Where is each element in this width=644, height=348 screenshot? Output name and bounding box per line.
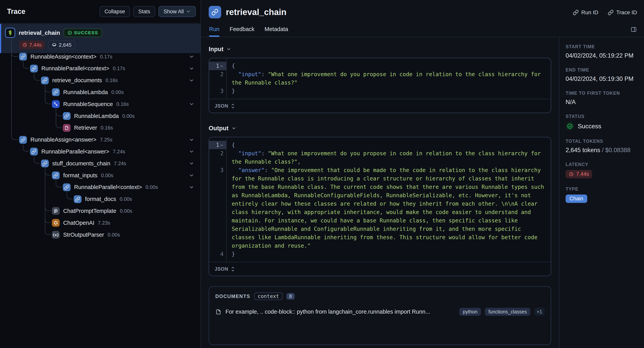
chevron-down-icon[interactable] bbox=[189, 137, 194, 142]
node-duration: 7.25s bbox=[100, 137, 112, 143]
link-icon bbox=[63, 112, 70, 120]
document-text: For example, .. code-block:: python from… bbox=[226, 308, 456, 315]
detail-value: N/A bbox=[566, 99, 638, 106]
node-label: RunnableLambda bbox=[63, 89, 108, 95]
trace-tree-node[interactable]: stuff_documents_chain7.24s bbox=[41, 157, 126, 169]
trace-id-button[interactable]: Trace ID bbox=[608, 9, 637, 16]
code-line: 1{ bbox=[209, 141, 551, 149]
trace-tree-node[interactable]: RunnableAssign<answer>7.25s bbox=[19, 134, 112, 146]
chevron-down-icon bbox=[231, 126, 236, 131]
output-section-header[interactable]: Output bbox=[209, 125, 551, 132]
fold-chevron-icon[interactable] bbox=[220, 64, 224, 68]
trace-tree-node[interactable]: RunnableAssign<context>0.17s bbox=[19, 51, 112, 63]
documents-count-badge: 8 bbox=[286, 293, 295, 300]
tokens-pill: 2,645 bbox=[48, 41, 75, 49]
openai-icon bbox=[52, 219, 60, 227]
tab-feedback[interactable]: Feedback bbox=[230, 26, 254, 37]
link-icon bbox=[41, 159, 49, 167]
stats-button[interactable]: Stats bbox=[133, 6, 156, 17]
detail-label: TYPE bbox=[566, 187, 638, 192]
node-duration: 0.00s bbox=[146, 184, 158, 190]
chevron-down-icon[interactable] bbox=[189, 66, 194, 71]
link-icon bbox=[52, 171, 60, 179]
chevron-down-icon[interactable] bbox=[189, 78, 194, 83]
file-icon bbox=[63, 124, 70, 132]
tab-metadata[interactable]: Metadata bbox=[265, 26, 288, 37]
run-content: Input 1{2 "input": "What one improvement… bbox=[201, 37, 559, 348]
input-code-block: 1{2 "input": "What one improvement do yo… bbox=[209, 58, 551, 113]
trace-tree-node[interactable]: retrieve_documents0.16s bbox=[41, 75, 118, 86]
code-line: 2 "input": "What one improvement do you … bbox=[209, 149, 551, 166]
trace-root-row[interactable]: retrieval_chain SUCCESS 7.44s 2,645 bbox=[0, 24, 200, 53]
chevron-down-icon[interactable] bbox=[189, 149, 194, 154]
chevron-down-icon[interactable] bbox=[189, 185, 194, 190]
trace-tree-node[interactable]: RunnableParallel<context>0.00s bbox=[63, 182, 158, 193]
trace-tree-node[interactable]: ChatPromptTemplate0.00s bbox=[52, 205, 132, 217]
node-duration: 0.00s bbox=[111, 89, 124, 95]
input-section-header[interactable]: Input bbox=[209, 46, 551, 53]
trace-tree-node[interactable]: ChatOpenAI7.23s bbox=[52, 217, 110, 229]
prompt-icon bbox=[52, 207, 60, 215]
trace-tree-node[interactable]: RunnableLambda0.00s bbox=[52, 86, 124, 98]
tree-connector bbox=[45, 168, 51, 211]
sidebar-toggle-icon[interactable] bbox=[630, 26, 637, 33]
line-number: 2 bbox=[209, 149, 226, 166]
detail-value: 04/02/2024, 05:19:30 PM bbox=[566, 75, 638, 82]
trace-tree-node[interactable]: format_inputs0.00s bbox=[52, 169, 113, 181]
collapse-button[interactable]: Collapse bbox=[100, 6, 130, 17]
trace-tree-node[interactable]: RunnableSequence0.16s bbox=[52, 98, 129, 110]
chevron-down-icon[interactable] bbox=[189, 173, 194, 178]
line-number: 1 bbox=[209, 141, 226, 149]
node-duration: 0.16s bbox=[106, 77, 118, 83]
trace-tree-node[interactable]: format_docs0.00s bbox=[74, 193, 132, 205]
line-number: 1 bbox=[209, 62, 226, 70]
trace-tree-node[interactable]: RunnableLambda0.00s bbox=[63, 110, 135, 122]
trace-tree-node[interactable]: RunnableParallel<context>0.17s bbox=[30, 63, 125, 74]
link-icon bbox=[74, 195, 82, 203]
tab-run[interactable]: Run bbox=[209, 26, 220, 37]
document-icon bbox=[215, 309, 222, 315]
document-tag: python bbox=[459, 308, 481, 316]
tree-connector bbox=[56, 109, 62, 128]
node-label: RunnableParallel<context> bbox=[41, 65, 109, 72]
link-icon bbox=[52, 88, 60, 96]
trace-panel: Trace Collapse Stats Show All bbox=[0, 0, 201, 348]
trace-tree-node[interactable]: Retriever0.16s bbox=[63, 122, 113, 134]
root-run-name: retrieval_chain bbox=[19, 30, 60, 36]
detail-latency: LATENCY7.44s bbox=[566, 162, 638, 178]
trace-tree-node[interactable]: RunnableParallel<answer>7.24s bbox=[30, 146, 125, 157]
document-item[interactable]: For example, .. code-block:: python from… bbox=[215, 308, 544, 316]
node-label: RunnableAssign<context> bbox=[30, 54, 96, 60]
chevron-down-icon[interactable] bbox=[189, 161, 194, 166]
type-badge: Chain bbox=[566, 195, 587, 203]
show-all-dropdown[interactable]: Show All bbox=[158, 6, 196, 17]
sort-arrows-icon bbox=[230, 103, 235, 109]
code-line: 4} bbox=[209, 250, 551, 258]
documents-key-badge: context bbox=[254, 292, 282, 300]
documents-panel: DOCUMENTS context 8 For example, .. code… bbox=[209, 286, 551, 345]
detail-time-to-first-token: TIME TO FIRST TOKENN/A bbox=[566, 91, 638, 106]
node-duration: 7.24s bbox=[113, 149, 125, 155]
clock-icon bbox=[569, 172, 574, 177]
run-header: retrieval_chain Run Feedback Metadata bbox=[201, 0, 559, 37]
chevron-down-icon[interactable] bbox=[189, 101, 194, 107]
chevron-down-icon[interactable] bbox=[189, 54, 194, 59]
input-format-select[interactable]: JSON bbox=[209, 99, 551, 113]
node-label: ChatOpenAI bbox=[63, 220, 94, 226]
detail-label: TIME TO FIRST TOKEN bbox=[566, 91, 638, 96]
more-tags-badge[interactable]: +1 bbox=[534, 308, 544, 316]
chain-link-icon bbox=[209, 6, 221, 18]
node-duration: 0.00s bbox=[101, 172, 114, 179]
node-label: Retriever bbox=[74, 125, 97, 131]
run-id-button[interactable]: Run ID bbox=[573, 9, 598, 16]
fold-chevron-icon[interactable] bbox=[220, 143, 224, 147]
line-number: 3 bbox=[209, 166, 226, 250]
node-label: format_inputs bbox=[63, 172, 98, 179]
parser-icon: {x} bbox=[52, 231, 60, 239]
detail-value: 04/02/2024, 05:19:22 PM bbox=[566, 52, 638, 59]
code-line: 3 "answer": "One improvement that could … bbox=[209, 166, 551, 250]
trace-tree-node[interactable]: {x}StrOutputParser0.00s bbox=[52, 229, 120, 241]
output-format-select[interactable]: JSON bbox=[209, 262, 551, 276]
parrot-icon bbox=[5, 28, 15, 38]
output-code-block: 1{2 "input": "What one improvement do yo… bbox=[209, 137, 551, 276]
